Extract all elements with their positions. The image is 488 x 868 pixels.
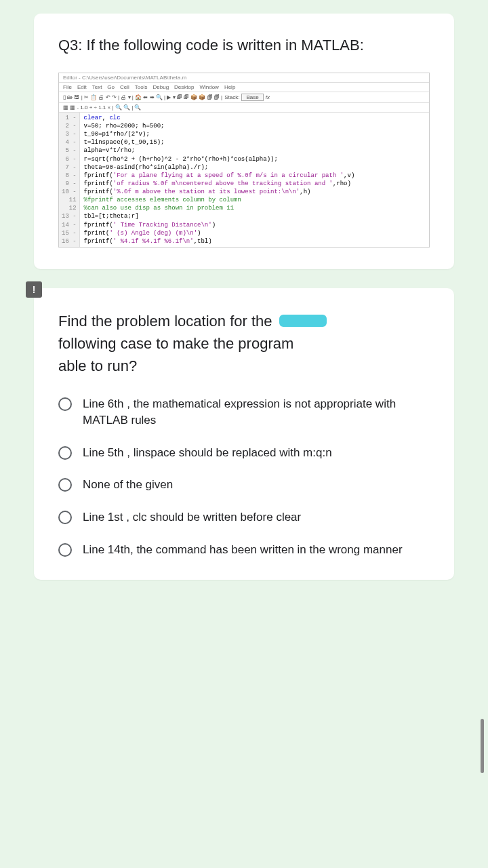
menu-window[interactable]: Window	[199, 84, 218, 90]
question-title: Q3: If the following code is written in …	[58, 35, 430, 56]
code-content: clear, clcv=50; rho=2000; h=500;t_90=pi*…	[80, 113, 429, 247]
prompt-line3: able to run?	[58, 357, 137, 374]
radio-icon[interactable]	[58, 543, 72, 557]
stack-label: Stack:	[224, 94, 239, 100]
menu-debug[interactable]: Debug	[153, 84, 169, 90]
option-4[interactable]: Line 1st , clc should be written before …	[58, 509, 430, 526]
scrollbar-thumb[interactable]	[481, 719, 484, 773]
option-text: Line 1st , clc should be written before …	[83, 509, 301, 526]
option-text: Line 14th, the command has been written …	[83, 542, 403, 558]
option-2[interactable]: Line 5th , linspace should be replaced w…	[58, 445, 430, 461]
menu-edit[interactable]: Edit	[77, 84, 87, 90]
option-text: Line 5th , linspace should be replaced w…	[83, 445, 332, 461]
stack-dropdown[interactable]: Base	[241, 94, 263, 101]
toolbar-icons[interactable]: ▯ 🗁 🖫 | ✂ 📋 🖨 ↶ ↷ | 🖨 ▾ | 🏠 ⬅ ➡ 🔍 | ▶ ▾ …	[63, 94, 222, 100]
cell-extra[interactable]: | 🔍 🔍 | 🔍	[110, 104, 141, 111]
menu-go[interactable]: Go	[107, 84, 115, 90]
menu-text[interactable]: Text	[92, 84, 102, 90]
option-text: Line 6th , the mathematical expression i…	[83, 396, 430, 429]
fx-button[interactable]: fx	[266, 94, 270, 100]
code-area: 1 -2 -3 -4 -5 -6 -7 -8 -9 -10 -111213 -1…	[59, 113, 429, 247]
editor-menubar[interactable]: File Edit Text Go Cell Tools Debug Deskt…	[59, 83, 429, 92]
option-1[interactable]: Line 6th , the mathematical expression i…	[58, 396, 430, 429]
editor-toolbar[interactable]: ▯ 🗁 🖫 | ✂ 📋 🖨 ↶ ↷ | 🖨 ▾ | 🏠 ⬅ ➡ 🔍 | ▶ ▾ …	[59, 92, 429, 103]
cell-controls[interactable]: ▦ ▦	[63, 104, 77, 111]
menu-cell[interactable]: Cell	[120, 84, 129, 90]
menu-desktop[interactable]: Desktop	[174, 84, 194, 90]
cell-scale[interactable]: - 1.0 + ÷ 1.1 ×	[77, 104, 110, 111]
option-5[interactable]: Line 14th, the command has been written …	[58, 542, 430, 558]
line-number-gutter: 1 -2 -3 -4 -5 -6 -7 -8 -9 -10 -111213 -1…	[59, 113, 80, 247]
menu-file[interactable]: File	[63, 84, 72, 90]
option-text: None of the given	[83, 477, 173, 493]
radio-icon[interactable]	[58, 446, 72, 460]
editor-cell-toolbar[interactable]: ▦ ▦ - 1.0 + ÷ 1.1 × | 🔍 🔍 | 🔍	[59, 103, 429, 113]
alert-icon: !	[26, 281, 42, 298]
radio-icon[interactable]	[58, 397, 72, 411]
option-3[interactable]: None of the given	[58, 477, 430, 493]
answer-card: ! Find the problem location for the foll…	[34, 288, 454, 580]
prompt-line2: following case to make the program	[58, 335, 293, 352]
highlight-marker	[279, 315, 327, 327]
menu-help[interactable]: Help	[224, 84, 235, 90]
menu-tools[interactable]: Tools	[135, 84, 148, 90]
matlab-editor: Editor - C:\Users\user\Documents\MATLAB\…	[58, 73, 430, 248]
question-card: Q3: If the following code is written in …	[34, 14, 454, 269]
prompt-text: Find the problem location for the follow…	[58, 310, 430, 377]
radio-icon[interactable]	[58, 511, 72, 524]
editor-window-title: Editor - C:\Users\user\Documents\MATLAB\…	[59, 73, 429, 83]
prompt-line1: Find the problem location for the	[58, 313, 272, 330]
radio-icon[interactable]	[58, 478, 72, 492]
